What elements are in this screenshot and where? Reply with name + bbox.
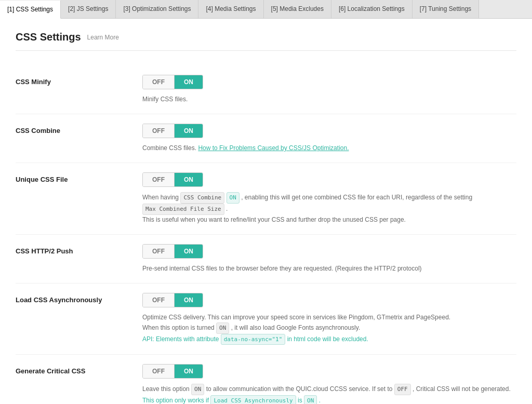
toggle-off-css-http2-push[interactable]: OFF [143, 245, 175, 258]
teal-text: in html code will be excluded. [285, 335, 368, 343]
setting-row-css-combine: CSS CombineOFFONCombine CSS files. How t… [16, 114, 516, 163]
toggle-on-load-css-async[interactable]: ON [175, 293, 203, 307]
setting-row-css-http2-push: CSS HTTP/2 PushOFFONPre-send internal CS… [16, 235, 516, 284]
setting-control-col: OFFONWhen having CSS Combine ON , enabli… [142, 172, 516, 224]
toggle-on-css-http2-push[interactable]: ON [175, 245, 203, 258]
setting-row-unique-css-file: Unique CSS FileOFFONWhen having CSS Comb… [16, 163, 516, 234]
setting-control-col: OFFONPre-send internal CSS files to the … [142, 244, 516, 274]
setting-label: CSS HTTP/2 Push [16, 247, 73, 255]
setting-label: Unique CSS File [16, 176, 68, 183]
tab-media[interactable]: [4] Media Settings [198, 0, 263, 18]
tab-css[interactable]: [1] CSS Settings [0, 1, 61, 19]
toggle-off-load-css-async[interactable]: OFF [143, 293, 175, 307]
teal-text: is [296, 397, 304, 404]
tab-localization[interactable]: [6] Localization Settings [331, 0, 413, 18]
badge: CSS Combine [180, 192, 224, 204]
setting-description-generate-critical-css: Leave this option ON to allow communicat… [142, 384, 516, 404]
setting-control-col: OFFONLeave this option ON to allow commu… [142, 364, 516, 404]
toggle-on-css-minify[interactable]: ON [175, 75, 203, 89]
badge-teal: Load CSS Asynchronously [210, 395, 296, 404]
setting-description-unique-css-file: When having CSS Combine ON , enabling th… [142, 192, 516, 224]
teal-text: . [317, 397, 321, 404]
setting-label-col: CSS Combine [16, 124, 130, 134]
tab-tuning[interactable]: [7] Tuning Settings [413, 0, 479, 18]
toggle-unique-css-file: OFFON [142, 172, 203, 187]
badge: OFF [394, 384, 411, 395]
setting-label-col: CSS Minify [16, 75, 130, 86]
setting-label-col: Load CSS Asynchronously [16, 293, 130, 304]
page-title-row: CSS Settings Learn More [16, 31, 516, 51]
badge: ON [216, 322, 229, 334]
setting-description-css-minify: Minify CSS files. [142, 95, 516, 104]
teal-text: This option only works if [142, 397, 210, 404]
toggle-generate-critical-css: OFFON [142, 364, 203, 379]
setting-control-col: OFFONOptimize CSS delivery. This can imp… [142, 293, 516, 345]
setting-control-col: OFFONMinify CSS files. [142, 75, 516, 104]
teal-text: API: Elements with attribute [142, 335, 221, 343]
setting-row-generate-critical-css: Generate Critical CSSOFFONLeave this opt… [16, 355, 516, 404]
setting-description-load-css-async: Optimize CSS delivery. This can improve … [142, 313, 516, 345]
setting-label-col: CSS HTTP/2 Push [16, 244, 130, 255]
toggle-off-unique-css-file[interactable]: OFF [143, 173, 175, 186]
setting-description-css-http2-push: Pre-send internal CSS files to the brows… [142, 264, 516, 274]
description-link[interactable]: How to Fix Problems Caused by CSS/JS Opt… [198, 144, 349, 152]
toggle-on-css-combine[interactable]: ON [175, 124, 203, 138]
badge: Max Combined File Size [142, 204, 224, 215]
setting-control-col: OFFONCombine CSS files. How to Fix Probl… [142, 124, 516, 153]
setting-label-col: Unique CSS File [16, 172, 130, 183]
tab-optimization[interactable]: [3] Optimization Settings [116, 0, 198, 18]
setting-label-col: Generate Critical CSS [16, 364, 130, 375]
toggle-css-minify: OFFON [142, 75, 203, 89]
setting-label: Load CSS Asynchronously [16, 296, 102, 304]
learn-more-link[interactable]: Learn More [87, 34, 119, 41]
tab-media-excludes[interactable]: [5] Media Excludes [264, 0, 331, 18]
settings-container: CSS MinifyOFFONMinify CSS files.CSS Comb… [16, 65, 516, 404]
badge-teal: ON [227, 192, 240, 204]
toggle-on-generate-critical-css[interactable]: ON [175, 365, 203, 378]
badge-teal: ON [304, 395, 317, 404]
setting-row-css-minify: CSS MinifyOFFONMinify CSS files. [16, 65, 516, 114]
tabs-bar: [1] CSS Settings[2] JS Settings[3] Optim… [0, 0, 532, 19]
toggle-load-css-async: OFFON [142, 293, 203, 307]
toggle-off-generate-critical-css[interactable]: OFF [143, 365, 175, 378]
badge-teal: data-no-async="1" [221, 334, 286, 345]
badge: ON [191, 384, 204, 395]
toggle-on-unique-css-file[interactable]: ON [175, 173, 203, 186]
toggle-css-combine: OFFON [142, 124, 203, 138]
toggle-off-css-combine[interactable]: OFF [143, 124, 175, 138]
main-content: CSS Settings Learn More CSS MinifyOFFONM… [0, 19, 532, 404]
toggle-css-http2-push: OFFON [142, 244, 203, 259]
setting-row-load-css-async: Load CSS AsynchronouslyOFFONOptimize CSS… [16, 284, 516, 355]
setting-label: Generate Critical CSS [16, 367, 85, 375]
toggle-off-css-minify[interactable]: OFF [143, 75, 175, 89]
tab-js[interactable]: [2] JS Settings [61, 0, 116, 18]
setting-description-css-combine: Combine CSS files. How to Fix Problems C… [142, 143, 516, 153]
page-title: CSS Settings [16, 31, 81, 43]
setting-label: CSS Minify [16, 78, 51, 86]
setting-label: CSS Combine [16, 127, 60, 134]
